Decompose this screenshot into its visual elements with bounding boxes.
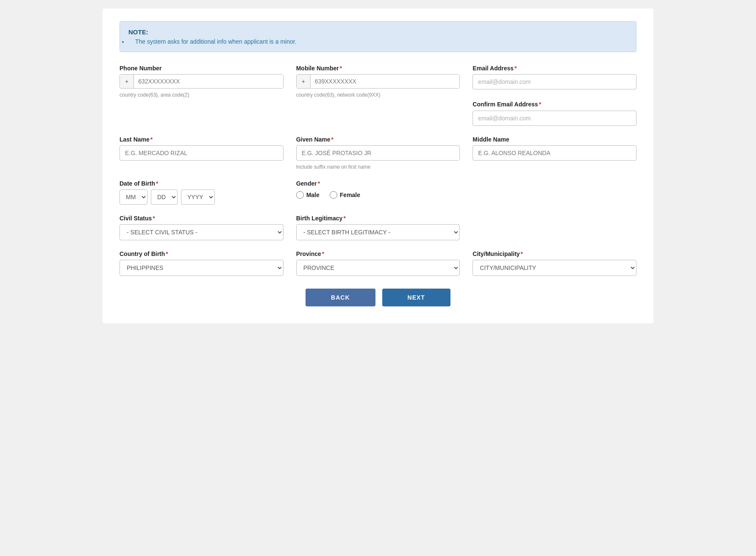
given-name-hint: Include suffix name on first name	[296, 164, 460, 170]
country-group: Country of Birth* PHILIPPINES	[120, 250, 284, 276]
civil-status-label: Civil Status*	[120, 215, 284, 222]
province-select[interactable]: PROVINCE	[296, 260, 460, 276]
email-group: Email Address* Confirm Email Address*	[472, 65, 636, 126]
mobile-input-wrapper: +	[296, 74, 460, 89]
gender-female-radio[interactable]	[330, 191, 337, 199]
phone-group: Phone Number + country code(63), area co…	[120, 65, 284, 98]
phone-input[interactable]	[134, 75, 283, 88]
day-select[interactable]: DD	[151, 189, 178, 205]
gender-female-label: Female	[340, 192, 360, 198]
back-button[interactable]: BACK	[306, 289, 375, 306]
row-names: Last Name* Given Name* Include suffix na…	[120, 136, 636, 170]
province-group: Province* PROVINCE	[296, 250, 460, 276]
province-label: Province*	[296, 250, 460, 257]
gender-male-label: Male	[306, 192, 320, 198]
date-selects: MM DD YYYY	[120, 189, 284, 205]
given-name-group: Given Name* Include suffix name on first…	[296, 136, 460, 170]
last-name-group: Last Name*	[120, 136, 284, 161]
row-dob-gender: Date of Birth* MM DD YYYY Gender*	[120, 180, 636, 205]
confirm-email-label: Confirm Email Address*	[472, 101, 541, 108]
civil-status-select[interactable]: - SELECT CIVIL STATUS - Single Married W…	[120, 224, 284, 240]
next-button[interactable]: NEXT	[382, 289, 450, 306]
last-name-input[interactable]	[120, 145, 284, 161]
mobile-group: Mobile Number* + country code(63), netwo…	[296, 65, 460, 98]
gender-male-option[interactable]: Male	[296, 191, 320, 199]
city-select[interactable]: CITY/MUNICIPALITY	[472, 260, 636, 276]
mobile-input[interactable]	[311, 75, 459, 88]
confirm-email-input[interactable]	[472, 111, 636, 126]
form-container: NOTE: The system asks for additional inf…	[103, 8, 653, 323]
month-select[interactable]: MM	[120, 189, 147, 205]
birth-legitimacy-group: Birth Legitimacy* - SELECT BIRTH LEGITIM…	[296, 215, 460, 240]
last-name-label: Last Name*	[120, 136, 284, 143]
button-row: BACK NEXT	[120, 289, 636, 306]
phone-label: Phone Number	[120, 65, 284, 72]
phone-hint: country code(63), area code(2)	[120, 92, 284, 98]
gender-male-radio[interactable]	[296, 191, 304, 199]
given-name-label: Given Name*	[296, 136, 460, 143]
dob-group: Date of Birth* MM DD YYYY	[120, 180, 284, 205]
given-name-input[interactable]	[296, 145, 460, 161]
birth-legitimacy-select[interactable]: - SELECT BIRTH LEGITIMACY - Legitimate I…	[296, 224, 460, 240]
birth-legitimacy-label: Birth Legitimacy*	[296, 215, 460, 222]
gender-female-option[interactable]: Female	[330, 191, 360, 199]
city-group: City/Municipality* CITY/MUNICIPALITY	[472, 250, 636, 276]
note-text: The system asks for additional info when…	[128, 38, 628, 45]
gender-options: Male Female	[296, 191, 460, 199]
row-civil-legitimacy: Civil Status* - SELECT CIVIL STATUS - Si…	[120, 215, 636, 240]
mobile-label: Mobile Number*	[296, 65, 460, 72]
row-contact: Phone Number + country code(63), area co…	[120, 65, 636, 126]
note-box: NOTE: The system asks for additional inf…	[120, 21, 636, 52]
email-label: Email Address*	[472, 65, 636, 72]
city-label: City/Municipality*	[472, 250, 636, 257]
gender-group: Gender* Male Female	[296, 180, 460, 199]
civil-status-group: Civil Status* - SELECT CIVIL STATUS - Si…	[120, 215, 284, 240]
gender-label: Gender*	[296, 180, 460, 187]
confirm-email-group: Confirm Email Address*	[472, 100, 636, 126]
middle-name-group: Middle Name	[472, 136, 636, 161]
email-input[interactable]	[472, 74, 636, 89]
note-title: NOTE:	[128, 28, 628, 36]
dob-label: Date of Birth*	[120, 180, 284, 187]
mobile-prefix: +	[297, 75, 311, 88]
middle-name-label: Middle Name	[472, 136, 636, 143]
country-select[interactable]: PHILIPPINES	[120, 260, 284, 276]
middle-name-input[interactable]	[472, 145, 636, 161]
row-location: Country of Birth* PHILIPPINES Province* …	[120, 250, 636, 276]
mobile-hint: country code(63), network code(9XX)	[296, 92, 460, 98]
phone-prefix: +	[120, 75, 134, 88]
year-select[interactable]: YYYY	[181, 189, 215, 205]
phone-input-wrapper: +	[120, 74, 284, 89]
country-label: Country of Birth*	[120, 250, 284, 257]
